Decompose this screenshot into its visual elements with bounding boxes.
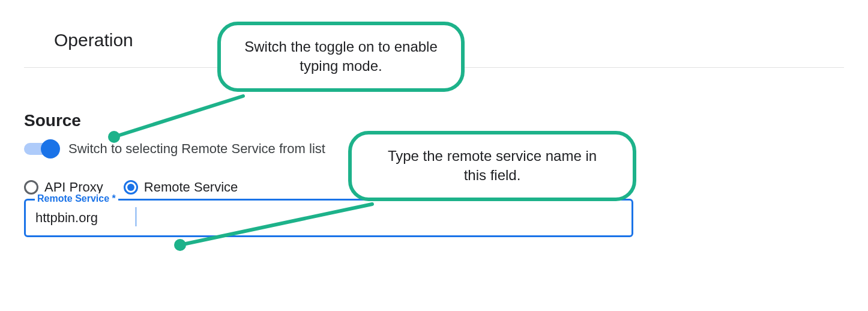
text-caret — [136, 207, 136, 226]
toggle-knob — [41, 139, 60, 159]
callout-input-hint: Type the remote service name in this fie… — [348, 131, 636, 201]
toggle-label: Switch to selecting Remote Service from … — [68, 141, 325, 157]
callout-toggle-hint: Switch the toggle on to enable typing mo… — [217, 22, 465, 92]
remote-service-input[interactable] — [24, 199, 633, 237]
source-heading: Source — [24, 111, 844, 130]
radio-remote-service[interactable]: Remote Service — [124, 180, 238, 195]
radio-unchecked-icon — [24, 180, 38, 195]
remote-service-field-label: Remote Service * — [35, 193, 118, 204]
svg-point-3 — [174, 239, 186, 251]
remote-service-field-wrap: Remote Service * — [24, 199, 633, 237]
typing-mode-toggle[interactable] — [24, 143, 58, 155]
radio-remote-service-label: Remote Service — [144, 180, 238, 195]
radio-checked-icon — [124, 180, 138, 195]
